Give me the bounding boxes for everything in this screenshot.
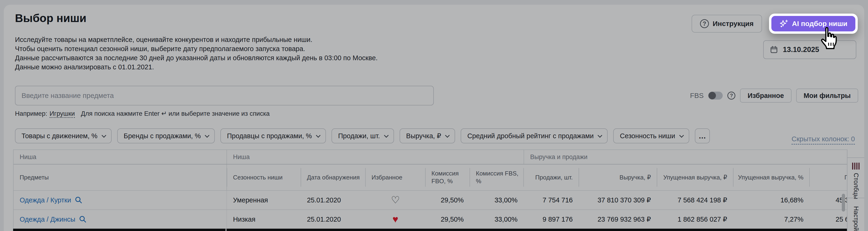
group-revenue-sales: Выручка и продажи	[524, 150, 851, 164]
instruction-button[interactable]: ? Инструкция	[691, 15, 762, 33]
filter-chip-brands-sales[interactable]: Бренды с продажами, %	[117, 128, 215, 143]
col-header-favorite[interactable]: Избранное	[366, 165, 425, 190]
seasonality-cell: Низкая	[226, 210, 301, 229]
col-header-subjects[interactable]: Предметы	[13, 165, 226, 190]
niche-table: Ниша Ниша Выручка и продажи Предметы Сез…	[13, 149, 851, 229]
side-panel: Столбцы Настройки	[847, 149, 864, 231]
page-description: Исследуйте товары на маркетплейсе, оцени…	[15, 35, 378, 72]
heart-icon[interactable]: ♥	[393, 214, 398, 224]
sales-cell: 9 897 176	[524, 210, 579, 229]
col-header-clipped[interactable]: П	[809, 165, 850, 190]
lost-revenue-cell: 7 568 424 198 ₽	[657, 191, 733, 209]
date-picker[interactable]: 13.10.2025	[763, 40, 856, 59]
favorite-cell: ♡	[366, 191, 425, 209]
columns-icon	[852, 163, 860, 170]
commission-fbs-cell: 33,00%	[470, 191, 524, 209]
commission-fbo-cell: 29,50%	[425, 210, 470, 229]
discovery-date-cell: 25.01.2020	[301, 191, 366, 209]
hint-rest: Для поиска нажмите Enter ↵ или выберите …	[81, 110, 270, 117]
filter-chips: Товары с движением, % Бренды с продажами…	[15, 128, 710, 143]
col-header-sales[interactable]: Продажи, шт.	[524, 165, 579, 190]
fbs-cluster: FBS ? Избранное Мои фильтры	[690, 86, 858, 106]
revenue-cell: 37 810 370 309 ₽	[579, 191, 657, 209]
fbs-label: FBS	[690, 92, 704, 99]
fbs-toggle[interactable]	[708, 92, 723, 99]
col-header-discovery-date[interactable]: Дата обнаружения	[301, 165, 366, 190]
tab-settings[interactable]: Настройки	[847, 198, 864, 231]
filter-chip-sellers-sales[interactable]: Продавцы с продажами, %	[220, 128, 326, 143]
page-title: Выбор ниши	[15, 12, 86, 25]
col-header-lost-revenue[interactable]: Упущенная выручка, ₽	[657, 165, 733, 190]
magnifier-icon[interactable]	[79, 215, 87, 224]
subject-cell: Одежда / Джинсы	[13, 210, 226, 229]
ai-niche-button[interactable]: AI подбор ниши	[771, 16, 856, 31]
group-niche-left: Ниша	[13, 150, 226, 164]
commission-fbs-cell: 33,00%	[470, 210, 524, 229]
toggle-knob	[708, 92, 716, 99]
sparkles-icon	[779, 19, 788, 28]
example-link[interactable]: Игрушки	[50, 110, 75, 118]
lost-revenue-pct-cell: 7,27%	[733, 210, 809, 229]
filter-chip-revenue[interactable]: Выручка, ₽	[400, 128, 455, 143]
heart-icon[interactable]: ♡	[391, 195, 400, 205]
col-header-revenue[interactable]: Выручка, ₽	[579, 165, 657, 190]
ai-highlight-ring: AI подбор ниши	[769, 13, 858, 34]
chevron-down-icon	[679, 133, 684, 138]
chevron-down-icon	[598, 133, 602, 138]
date-value: 13.10.2025	[783, 46, 819, 54]
search-hint: Например:ИгрушкиДля поиска нажмите Enter…	[15, 110, 270, 117]
filter-chip-avg-rating[interactable]: Средний дробный рейтинг с продажами	[461, 128, 608, 143]
more-filters-button[interactable]: …	[695, 128, 710, 143]
chevron-down-icon	[316, 133, 320, 138]
vertical-scrollbar-thumb[interactable]	[842, 194, 845, 211]
filter-chip-goods-movement[interactable]: Товары с движением, %	[15, 128, 112, 143]
subject-link[interactable]: Одежда / Куртки	[20, 196, 71, 204]
col-header-commission-fbo[interactable]: Комиссия FBO, %	[425, 165, 470, 190]
my-filters-button[interactable]: Мои фильтры	[796, 89, 858, 103]
lost-revenue-cell: 1 862 856 027 ₽	[657, 210, 733, 229]
fbs-help-icon[interactable]: ?	[727, 92, 735, 99]
description-line: Данные рассчитываются за последние 30 дн…	[15, 53, 378, 62]
chevron-down-icon	[205, 133, 209, 138]
chevron-down-icon	[384, 133, 389, 138]
favorites-button[interactable]: Избранное	[740, 89, 791, 103]
favorite-cell: ♥	[366, 210, 425, 229]
chevron-down-icon	[445, 133, 450, 138]
lost-revenue-pct-cell: 16,68%	[733, 191, 809, 209]
col-header-commission-fbs[interactable]: Комиссия FBS, %	[470, 165, 524, 190]
search-input[interactable]	[15, 86, 434, 106]
main-card: Выбор ниши Исследуйте товары на маркетпл…	[4, 5, 864, 231]
filter-chip-sales-units[interactable]: Продажи, шт.	[332, 128, 394, 143]
hint-prefix: Например:	[15, 110, 47, 117]
description-line: Исследуйте товары на маркетплейсе, оцени…	[15, 35, 378, 44]
table-row: Одежда / Куртки Умеренная 25.01.2020 ♡ 2…	[13, 191, 851, 210]
commission-fbo-cell: 29,50%	[425, 191, 470, 209]
table-row: Одежда / Джинсы Низкая 25.01.2020 ♥ 29,5…	[13, 210, 851, 229]
next-row-clipped	[13, 229, 851, 231]
col-header-seasonality[interactable]: Сезонность ниши	[226, 165, 301, 190]
table-group-header: Ниша Ниша Выручка и продажи	[13, 150, 851, 165]
sales-cell: 7 754 716	[524, 191, 579, 209]
side-panel-spacer	[847, 149, 864, 158]
description-line: Данные можно анализировать с 01.01.2021.	[15, 62, 378, 72]
magnifier-icon[interactable]	[74, 196, 83, 204]
hidden-columns-link[interactable]: Скрытых колонок: 0	[792, 135, 855, 145]
ai-niche-label: AI подбор ниши	[792, 20, 847, 28]
chevron-down-icon	[101, 133, 106, 138]
calendar-icon	[770, 46, 778, 54]
tab-columns[interactable]: Столбцы	[847, 158, 864, 198]
col-header-lost-revenue-pct[interactable]: Упущенная выручка, %	[733, 165, 809, 190]
clipped-cell: 25 6	[809, 210, 850, 229]
table-header-row: Предметы Сезонность ниши Дата обнаружени…	[13, 165, 851, 191]
filter-chip-seasonality[interactable]: Сезонность ниши	[613, 128, 689, 143]
discovery-date-cell: 25.01.2020	[301, 210, 366, 229]
revenue-cell: 23 769 932 963 ₽	[579, 210, 657, 229]
seasonality-cell: Умеренная	[226, 191, 301, 209]
instruction-label: Инструкция	[713, 20, 753, 28]
description-line: Чтобы оценить потенциал сезонной ниши, в…	[15, 44, 378, 53]
top-actions: ? Инструкция AI подбор ниши	[691, 13, 858, 34]
question-icon: ?	[700, 19, 709, 28]
group-niche: Ниша	[226, 150, 524, 164]
subject-link[interactable]: Одежда / Джинсы	[20, 215, 75, 223]
subject-cell: Одежда / Куртки	[13, 191, 226, 209]
